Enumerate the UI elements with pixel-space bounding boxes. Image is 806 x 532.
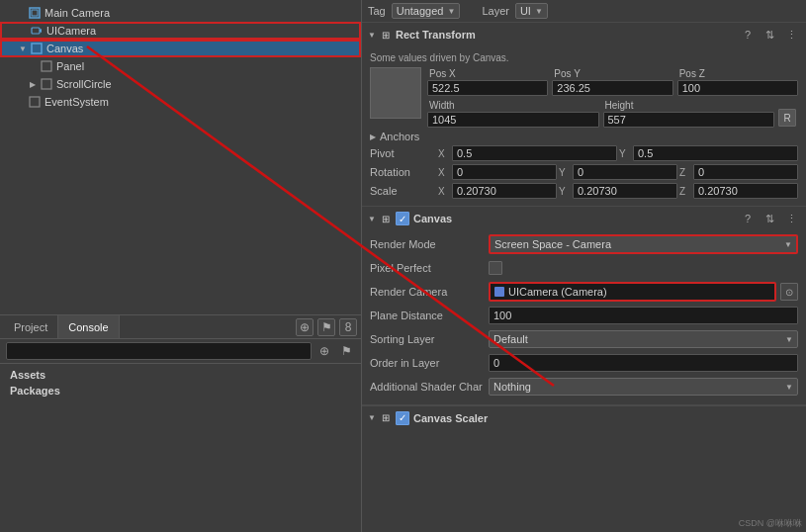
hierarchy-item-scrollcircle[interactable]: ScrollCircle — [0, 75, 361, 93]
filter-btn[interactable]: ⚑ — [337, 342, 355, 360]
layer-label: Layer — [482, 5, 509, 17]
expand-arrow[interactable] — [28, 79, 38, 89]
sorting-layer-row: Sorting Layer Default ▼ — [370, 329, 798, 349]
hierarchy-item-uicamera[interactable]: UICamera — [0, 22, 361, 40]
render-mode-dropdown[interactable]: Screen Space - Camera ▼ — [489, 234, 798, 254]
scale-z-label: Z — [679, 186, 691, 197]
assets-item[interactable]: Assets — [8, 368, 353, 382]
pivot-fields: X 0.5 Y 0.5 — [438, 145, 798, 161]
scale-z-field[interactable]: 0.20730 — [693, 183, 798, 199]
pixel-perfect-label: Pixel Perfect — [370, 262, 489, 274]
rot-y-field[interactable]: 0 — [573, 164, 677, 180]
order-in-layer-label: Order in Layer — [370, 357, 489, 369]
canvas-scaler-section: ▼ ⊞ ✓ Canvas Scaler — [362, 405, 806, 429]
scale-x-field[interactable]: 0.20730 — [452, 183, 557, 199]
settings-icon[interactable]: ⇅ — [761, 26, 778, 44]
anchors-row[interactable]: ▶ Anchors — [370, 131, 798, 142]
rot-x-label: X — [438, 167, 450, 178]
icon-count[interactable]: 8 — [339, 318, 357, 336]
canvas-enable-checkbox[interactable]: ✓ — [396, 212, 409, 225]
scale-y-field[interactable]: 0.20730 — [573, 183, 677, 199]
rotation-fields: X 0 Y 0 Z 0 — [438, 164, 798, 180]
hierarchy-item-main-camera[interactable]: Main Camera — [0, 4, 361, 22]
canvas-scaler-header[interactable]: ▼ ⊞ ✓ Canvas Scaler — [362, 405, 806, 429]
height-header: Height — [603, 99, 775, 112]
canvas-settings-icon[interactable]: ⇅ — [761, 210, 778, 227]
icon-flag[interactable]: ⚑ — [317, 318, 335, 336]
tag-dropdown[interactable]: Untagged ▼ — [392, 3, 461, 19]
rect-transform-header[interactable]: ▼ ⊞ Rect Transform ? ⇅ ⋮ — [362, 23, 806, 46]
pixel-perfect-row: Pixel Perfect — [370, 258, 798, 278]
order-in-layer-row: Order in Layer 0 — [370, 353, 798, 373]
canvas-collapse-arrow: ▼ — [368, 215, 378, 223]
pos-z-header: Pos Z — [677, 67, 798, 80]
section-title: Rect Transform — [396, 29, 735, 41]
hierarchy-item-canvas[interactable]: Canvas — [0, 40, 361, 57]
rot-x-field[interactable]: 0 — [452, 164, 557, 180]
additional-shader-dropdown[interactable]: Nothing ▼ — [489, 378, 798, 396]
rot-y-label: Y — [559, 167, 571, 178]
scaler-collapse-arrow: ▼ — [368, 413, 378, 422]
svg-rect-3 — [32, 28, 40, 34]
canvas-menu-icon[interactable]: ⋮ — [782, 210, 800, 227]
render-camera-row: Render Camera UICamera (Camera) ⊙ — [370, 282, 798, 302]
scale-y-label: Y — [559, 186, 571, 197]
pivot-y-label: Y — [619, 148, 631, 159]
render-mode-label: Render Mode — [370, 238, 489, 250]
rect-transform-body: Some values driven by Canvas. Pos X 522.… — [362, 46, 806, 206]
pos-y-field[interactable]: 236.25 — [552, 80, 672, 96]
rot-z-field[interactable]: 0 — [693, 164, 798, 180]
packages-item[interactable]: Packages — [8, 384, 353, 398]
svg-rect-6 — [42, 61, 51, 71]
tab-bar: Project Console ⊕ ⚑ 8 — [0, 315, 361, 339]
pos-x-field[interactable]: 522.5 — [427, 80, 548, 96]
pivot-y-field[interactable]: 0.5 — [633, 145, 798, 161]
tab-project[interactable]: Project — [4, 315, 58, 338]
anchors-label: Anchors — [380, 131, 419, 142]
search-input[interactable] — [6, 342, 312, 360]
cam-icon — [30, 24, 44, 38]
plane-distance-row: Plane Distance 100 — [370, 306, 798, 325]
order-in-layer-field[interactable]: 0 — [489, 354, 798, 372]
sorting-layer-value: Default ▼ — [489, 330, 798, 348]
hierarchy-panel: Main Camera UICamera Canvas Panel — [0, 0, 361, 314]
height-field[interactable]: 557 — [603, 112, 775, 128]
hierarchy-item-panel[interactable]: Panel — [0, 57, 361, 75]
scale-x-label: X — [438, 186, 450, 197]
tab-console[interactable]: Console — [58, 315, 119, 338]
order-in-layer-value: 0 — [489, 354, 798, 372]
pos-z-field[interactable]: 100 — [677, 80, 798, 96]
pos-x-header: Pos X — [427, 67, 548, 80]
canvas-section-header[interactable]: ▼ ⊞ ✓ Canvas ? ⇅ ⋮ — [362, 207, 806, 230]
sorting-layer-dropdown[interactable]: Default ▼ — [489, 330, 798, 348]
tag-label: Tag — [368, 5, 386, 17]
pick-object-button[interactable]: ⊙ — [780, 283, 798, 301]
section-buttons: ? ⇅ ⋮ — [739, 26, 800, 44]
width-field[interactable]: 1045 — [427, 112, 599, 128]
layer-dropdown[interactable]: UI ▼ — [515, 3, 548, 19]
scale-label: Scale — [370, 185, 434, 197]
scaler-enable-checkbox[interactable]: ✓ — [396, 411, 409, 425]
rect-transform-section: ▼ ⊞ Rect Transform ? ⇅ ⋮ Some values dri… — [362, 23, 806, 207]
canvas-section-buttons: ? ⇅ ⋮ — [739, 210, 800, 227]
reset-button[interactable]: R — [778, 109, 796, 127]
pivot-x-field[interactable]: 0.5 — [452, 145, 617, 161]
pixel-perfect-value — [489, 261, 798, 275]
pixel-perfect-checkbox[interactable] — [489, 261, 502, 275]
expand-arrow[interactable] — [18, 44, 28, 53]
render-camera-field[interactable]: UICamera (Camera) — [489, 282, 776, 302]
svg-rect-8 — [30, 97, 40, 107]
icon-filter[interactable]: ⊕ — [296, 318, 313, 336]
cube-icon — [40, 77, 53, 91]
tab-icons: ⊕ ⚑ 8 — [296, 318, 357, 336]
menu-icon[interactable]: ⋮ — [782, 26, 800, 44]
search-btn[interactable]: ⊕ — [315, 342, 333, 360]
anchor-preview — [370, 67, 421, 119]
help-icon[interactable]: ? — [739, 26, 757, 44]
camera-ref-label: UICamera (Camera) — [508, 286, 607, 298]
hierarchy-item-eventsystem[interactable]: EventSystem — [0, 93, 361, 111]
watermark: CSDN @咻咻咻 — [739, 517, 802, 530]
plane-distance-field[interactable]: 100 — [489, 307, 798, 324]
canvas-icon — [30, 42, 44, 55]
canvas-help-icon[interactable]: ? — [739, 210, 757, 227]
